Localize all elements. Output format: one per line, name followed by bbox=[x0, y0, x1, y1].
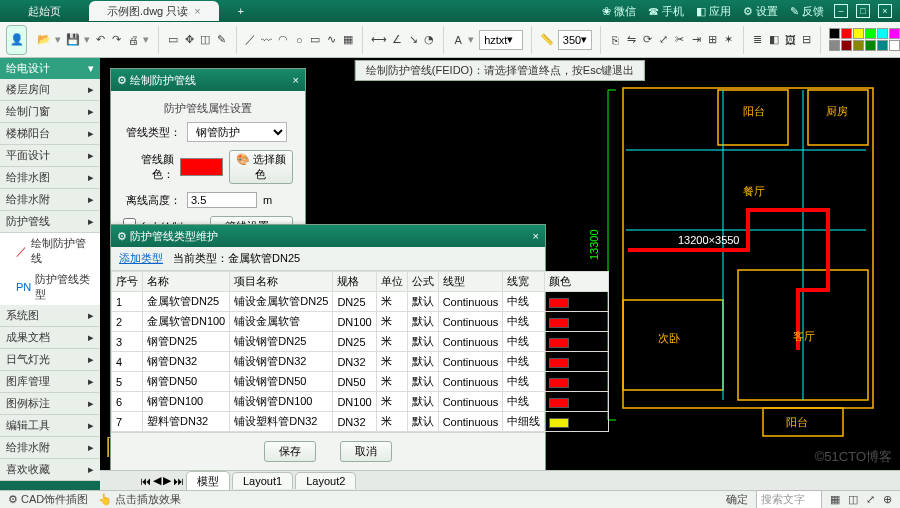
redo-icon[interactable]: ↷ bbox=[111, 31, 123, 49]
table-icon[interactable]: ⊟ bbox=[800, 31, 812, 49]
hatch-icon[interactable]: ▦ bbox=[342, 31, 354, 49]
sidebar-header[interactable]: 给电设计▾ bbox=[0, 58, 100, 79]
size-combo[interactable]: 350 ▾ bbox=[558, 30, 592, 50]
nav-last-icon[interactable]: ⏭ bbox=[173, 475, 184, 487]
rotate-icon[interactable]: ⟳ bbox=[641, 31, 653, 49]
layer-icon[interactable]: ≣ bbox=[751, 31, 763, 49]
close-icon[interactable]: × bbox=[194, 5, 200, 17]
tool-icon[interactable]: ⊕ bbox=[883, 493, 892, 506]
table-row[interactable]: 2金属软管DN100铺设金属软管DN100米默认Continuous中线 Red bbox=[112, 312, 609, 332]
sidebar-item[interactable]: 成果文档▸ bbox=[0, 327, 100, 349]
tab-layout1[interactable]: Layout1 bbox=[232, 472, 293, 489]
erase-icon[interactable]: ◫ bbox=[199, 31, 211, 49]
open-icon[interactable]: 📂 bbox=[37, 31, 51, 49]
edit-icon[interactable]: ✎ bbox=[216, 31, 228, 49]
pick-color-button[interactable]: 🎨 选择颜色 bbox=[229, 150, 293, 184]
sidebar-subitem[interactable]: ／ 绘制防护管线 bbox=[0, 233, 100, 269]
maximize-button[interactable]: □ bbox=[856, 4, 870, 18]
tab-file[interactable]: 示例图.dwg 只读× bbox=[89, 1, 219, 21]
tab-start[interactable]: 起始页 bbox=[10, 1, 79, 21]
tab-add[interactable]: + bbox=[229, 1, 253, 21]
tool-icon[interactable]: ◫ bbox=[848, 493, 858, 506]
table-row[interactable]: 3钢管DN25铺设钢管DN25DN25米默认Continuous中线 Red bbox=[112, 332, 609, 352]
phone-link[interactable]: ☎ 手机 bbox=[646, 4, 686, 19]
table-row[interactable]: 4钢管DN32铺设钢管DN32DN32米默认Continuous中线 Red bbox=[112, 352, 609, 372]
text-icon[interactable]: A bbox=[452, 31, 464, 49]
sidebar-item[interactable]: 系统图▸ bbox=[0, 305, 100, 327]
table-row[interactable]: 6钢管DN100铺设钢管DN100DN100米默认Continuous中线 Re… bbox=[112, 392, 609, 412]
ruler-icon[interactable]: 📏 bbox=[540, 31, 554, 49]
save-icon[interactable]: 💾 bbox=[66, 31, 80, 49]
table-row[interactable]: 7塑料管DN32铺设塑料管DN32DN32米默认Continuous中细线 Ye… bbox=[112, 412, 609, 432]
sidebar-item[interactable]: 楼层房间▸ bbox=[0, 79, 100, 101]
sidebar-item[interactable]: 图库管理▸ bbox=[0, 371, 100, 393]
sidebar-item[interactable]: 编辑工具▸ bbox=[0, 415, 100, 437]
arc-icon[interactable]: ◠ bbox=[277, 31, 289, 49]
search-input[interactable]: 搜索文字 bbox=[756, 490, 822, 508]
dialog-title[interactable]: ⚙ 绘制防护管线× bbox=[111, 69, 305, 91]
sidebar-item[interactable]: 楼梯阳台▸ bbox=[0, 123, 100, 145]
table-row[interactable]: 1金属软管DN25铺设金属软管DN25DN25米默认Continuous中线 R… bbox=[112, 292, 609, 312]
line-icon[interactable]: ／ bbox=[244, 31, 256, 49]
move-icon[interactable]: ✥ bbox=[183, 31, 195, 49]
spline-icon[interactable]: ∿ bbox=[326, 31, 338, 49]
circle-icon[interactable]: ○ bbox=[293, 31, 305, 49]
print-icon[interactable]: 🖨 bbox=[127, 31, 139, 49]
minimize-button[interactable]: – bbox=[834, 4, 848, 18]
sidebar-item[interactable]: 图例标注▸ bbox=[0, 393, 100, 415]
nav-prev-icon[interactable]: ◀ bbox=[153, 474, 161, 487]
close-icon[interactable]: × bbox=[533, 230, 539, 242]
apps-link[interactable]: ◧ 应用 bbox=[694, 4, 733, 19]
tab-layout2[interactable]: Layout2 bbox=[295, 472, 356, 489]
array-icon[interactable]: ⊞ bbox=[706, 31, 718, 49]
pipe-type-select[interactable]: 钢管防护 bbox=[187, 122, 287, 142]
image-icon[interactable]: 🖼 bbox=[784, 31, 796, 49]
table-row[interactable]: 5钢管DN50铺设钢管DN50DN50米默认Continuous中线 Red bbox=[112, 372, 609, 392]
sidebar-item[interactable]: 平面设计▸ bbox=[0, 145, 100, 167]
sidebar-item[interactable]: 喜欢收藏▸ bbox=[0, 459, 100, 481]
nav-next-icon[interactable]: ▶ bbox=[163, 474, 171, 487]
cancel-button[interactable]: 取消 bbox=[340, 441, 392, 462]
extend-icon[interactable]: ⇥ bbox=[690, 31, 702, 49]
trim-icon[interactable]: ✂ bbox=[674, 31, 686, 49]
sidebar-item[interactable]: 日气灯光▸ bbox=[0, 349, 100, 371]
svg-text:阳台: 阳台 bbox=[743, 105, 765, 117]
leader-icon[interactable]: ↘ bbox=[407, 31, 419, 49]
font-combo[interactable]: hztxt ▾ bbox=[479, 30, 523, 50]
scale-icon[interactable]: ⤢ bbox=[658, 31, 670, 49]
block-icon[interactable]: ◧ bbox=[768, 31, 780, 49]
wechat-link[interactable]: ❀ 微信 bbox=[600, 4, 638, 19]
tool-icon[interactable]: ▦ bbox=[830, 493, 840, 506]
copy-icon[interactable]: ⎘ bbox=[609, 31, 621, 49]
close-button[interactable]: × bbox=[878, 4, 892, 18]
undo-icon[interactable]: ↶ bbox=[95, 31, 107, 49]
rect-icon[interactable]: ▭ bbox=[309, 31, 321, 49]
settings-link[interactable]: ⚙ 设置 bbox=[741, 4, 780, 19]
dialog-title[interactable]: ⚙ 防护管线类型维护× bbox=[111, 225, 545, 247]
avatar[interactable]: 👤 bbox=[6, 25, 27, 55]
color-swatches[interactable] bbox=[829, 28, 900, 51]
sidebar-item[interactable]: 防护管线▸ bbox=[0, 211, 100, 233]
radius-icon[interactable]: ◔ bbox=[423, 31, 435, 49]
close-icon[interactable]: × bbox=[293, 74, 299, 86]
tool-icon[interactable]: ⤢ bbox=[866, 493, 875, 506]
dim-icon[interactable]: ⟷ bbox=[371, 31, 387, 49]
explode-icon[interactable]: ✶ bbox=[723, 31, 735, 49]
nav-first-icon[interactable]: ⏮ bbox=[140, 475, 151, 487]
sidebar-item[interactable]: 绘制门窗▸ bbox=[0, 101, 100, 123]
save-button[interactable]: 保存 bbox=[264, 441, 316, 462]
add-type-link[interactable]: 添加类型 bbox=[119, 251, 163, 266]
angle-icon[interactable]: ∠ bbox=[391, 31, 403, 49]
tab-model[interactable]: 模型 bbox=[186, 471, 230, 491]
height-input[interactable] bbox=[187, 192, 257, 208]
sidebar-subitem[interactable]: PN 防护管线类型 bbox=[0, 269, 100, 305]
sidebar-item[interactable]: 给排水图▸ bbox=[0, 167, 100, 189]
feedback-link[interactable]: ✎ 反馈 bbox=[788, 4, 826, 19]
select-icon[interactable]: ▭ bbox=[167, 31, 179, 49]
mirror-icon[interactable]: ⇋ bbox=[625, 31, 637, 49]
sidebar-item[interactable]: 给排水附▸ bbox=[0, 437, 100, 459]
type-table[interactable]: 序号名称项目名称规格单位公式线型线宽颜色1金属软管DN25铺设金属软管DN25D… bbox=[111, 271, 545, 432]
polyline-icon[interactable]: 〰 bbox=[261, 31, 273, 49]
sidebar-item[interactable]: 给排水附▸ bbox=[0, 189, 100, 211]
command-prompt: 绘制防护管线(FEIDO)：请选择管道终点，按Esc键退出 bbox=[355, 60, 645, 81]
